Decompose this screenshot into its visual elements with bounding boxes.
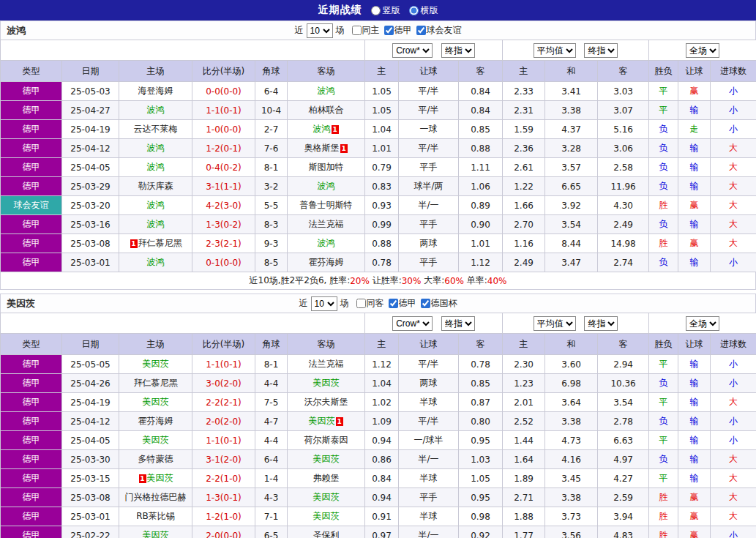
scope-select[interactable]: 全场 xyxy=(686,316,719,331)
match-date: 25-03-29 xyxy=(62,177,119,196)
filter-check-3[interactable]: 球会友谊 xyxy=(416,24,462,37)
away-team-cell: 霍芬海姆 xyxy=(288,253,365,272)
home-team-cell: 波鸿 xyxy=(119,101,192,120)
filter-checkbox[interactable] xyxy=(352,26,362,35)
match-row: 德甲25-03-30多特蒙德3-1(2-0)6-4美因茨0.86半/一1.031… xyxy=(1,450,756,469)
summary-segment: 让胜率: xyxy=(370,274,402,287)
away-team-cell: 沃尔夫斯堡 xyxy=(288,393,365,412)
summary-segment: 40% xyxy=(487,276,507,286)
layout-radio[interactable] xyxy=(371,6,381,15)
handicap-result-cell: 输 xyxy=(678,158,711,177)
col-header-asia-away: 客 xyxy=(459,61,503,82)
euro-draw-odds: 3.73 xyxy=(545,507,598,526)
asia-time-select[interactable]: 终指 xyxy=(441,43,475,58)
euro-away-odds: 10.36 xyxy=(598,374,649,393)
asia-handicap: 一/球半 xyxy=(399,431,459,450)
euro-draw-odds: 3.38 xyxy=(545,101,598,120)
result-cell: 平 xyxy=(649,101,678,120)
filter-check-1[interactable]: 同客 xyxy=(356,297,384,310)
col-header-asia-handicap: 让球 xyxy=(399,334,459,355)
goals-result-cell: 大 xyxy=(711,234,756,253)
match-row: 德甲25-04-05美因茨1-1(0-1)4-4荷尔斯泰因0.94一/球半0.9… xyxy=(1,431,756,450)
filter-checkbox[interactable] xyxy=(384,26,394,35)
euro-odds-dropdowns: 平均值 终指 xyxy=(503,40,649,61)
match-type-cell: 德甲 xyxy=(1,431,62,450)
recent-count-select[interactable]: 10 xyxy=(311,296,337,311)
asia-odds-dropdowns: Crow* 终指 xyxy=(365,313,503,334)
layout-option-1[interactable]: 竖版 xyxy=(371,4,400,17)
euro-home-odds: 1.66 xyxy=(503,196,545,215)
asia-company-select[interactable]: Crow* xyxy=(392,316,433,331)
goals-result-cell: 大 xyxy=(711,393,756,412)
asia-away-odds: 0.90 xyxy=(459,215,503,234)
filter-checkbox[interactable] xyxy=(416,26,426,35)
team-name-text: 美因茨 xyxy=(313,511,340,521)
match-score: 1-1(0-1) xyxy=(192,101,255,120)
team-name-text: 美因茨 xyxy=(143,359,169,369)
col-header-asia-home: 主 xyxy=(365,61,399,82)
layout-option-2[interactable]: 横版 xyxy=(409,4,438,17)
col-header-asia-home: 主 xyxy=(365,334,399,355)
layout-radios: 竖版横版 xyxy=(371,4,438,17)
home-team-cell: 美因茨 xyxy=(119,526,192,538)
euro-home-odds: 1.89 xyxy=(503,469,545,488)
asia-handicap: 平手 xyxy=(399,488,459,507)
handicap-result-cell: 输 xyxy=(678,393,711,412)
section-header: 波鸿 近 10 场 同主德甲球会友谊 xyxy=(0,20,756,40)
euro-time-select[interactable]: 终指 xyxy=(584,316,618,331)
summary-segment: 单率: xyxy=(464,274,487,287)
home-team-cell: 波鸿 xyxy=(119,139,192,158)
corner-score: 6-4 xyxy=(255,450,288,469)
summary-segment: 近10场,胜2平2负6, 胜率: xyxy=(250,274,351,287)
team-name-text: 拜仁慕尼黑 xyxy=(138,238,182,248)
team-name-text: RB莱比锡 xyxy=(136,511,175,521)
euro-company-select[interactable]: 平均值 xyxy=(534,43,576,58)
handicap-result-cell: 赢 xyxy=(678,507,711,526)
euro-away-odds: 4.83 xyxy=(598,526,649,538)
euro-away-odds: 4.27 xyxy=(598,469,649,488)
team-name-text: 波鸿 xyxy=(147,162,165,172)
asia-time-select[interactable]: 终指 xyxy=(441,316,475,331)
result-cell: 平 xyxy=(649,469,678,488)
asia-away-odds: 1.06 xyxy=(459,177,503,196)
match-type-cell: 德甲 xyxy=(1,450,62,469)
asia-away-odds: 1.03 xyxy=(459,450,503,469)
team-name-text: 弗赖堡 xyxy=(313,473,340,483)
page: 近期战绩 竖版横版 波鸿 近 10 场 同主德甲球会友谊 xyxy=(0,0,756,538)
col-header-score: 比分(半场) xyxy=(192,61,255,82)
team-name-text: 霍芬海姆 xyxy=(138,416,173,426)
corner-score: 8-1 xyxy=(255,158,288,177)
away-team-cell: 斯图加特 xyxy=(288,158,365,177)
scope-select[interactable]: 全场 xyxy=(686,43,719,58)
handicap-result-cell: 赢 xyxy=(678,196,711,215)
asia-handicap: 一球 xyxy=(399,120,459,139)
asia-home-odds: 0.84 xyxy=(365,469,399,488)
asia-away-odds: 0.92 xyxy=(459,526,503,538)
corner-score: 4-7 xyxy=(255,412,288,431)
col-header-handicap-result: 让球 xyxy=(678,61,711,82)
euro-company-select[interactable]: 平均值 xyxy=(534,316,576,331)
result-cell: 平 xyxy=(649,393,678,412)
titlebar: 近期战绩 竖版横版 xyxy=(0,0,756,20)
filter-check-3[interactable]: 德国杯 xyxy=(421,297,457,310)
match-row: 德甲25-03-29勒沃库森3-1(1-1)3-2波鸿0.83球半/两1.061… xyxy=(1,177,756,196)
layout-radio[interactable] xyxy=(409,6,419,15)
team-name-text: 多特蒙德 xyxy=(138,454,173,464)
filter-check-2[interactable]: 德甲 xyxy=(389,297,416,310)
euro-away-odds: 11.96 xyxy=(598,177,649,196)
filter-check-1[interactable]: 同主 xyxy=(352,24,380,37)
asia-handicap: 平手 xyxy=(399,215,459,234)
recent-count-select[interactable]: 10 xyxy=(307,23,333,38)
home-team-cell: 拜仁慕尼黑 xyxy=(119,374,192,393)
match-date: 25-05-03 xyxy=(62,82,119,101)
summary-segment: 60% xyxy=(444,276,464,286)
euro-time-select[interactable]: 终指 xyxy=(584,43,618,58)
filter-checkbox[interactable] xyxy=(356,299,366,308)
filter-check-2[interactable]: 德甲 xyxy=(384,24,412,37)
filter-checkbox[interactable] xyxy=(389,299,398,308)
asia-company-select[interactable]: Crow* xyxy=(392,43,433,58)
corner-score: 5-5 xyxy=(255,196,288,215)
dropdown-row: Crow* 终指 平均值 终指 全场 xyxy=(1,313,756,334)
asia-home-odds: 0.94 xyxy=(365,488,399,507)
filter-checkbox[interactable] xyxy=(421,299,430,308)
